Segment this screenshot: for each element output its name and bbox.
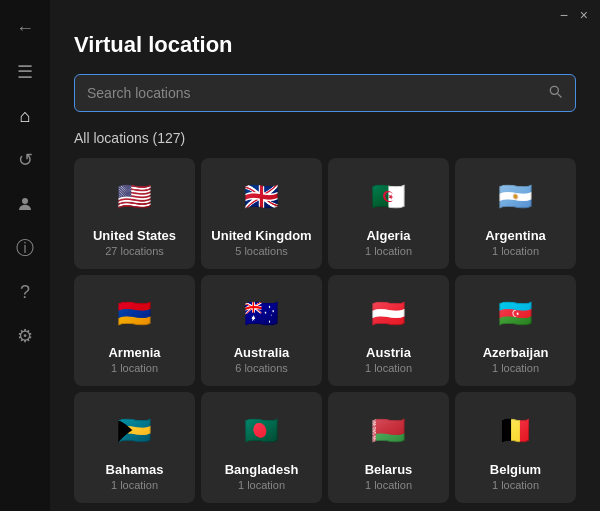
search-bar bbox=[74, 74, 576, 112]
country-flag: 🇦🇺 bbox=[240, 291, 284, 335]
back-icon[interactable]: ← bbox=[7, 10, 43, 46]
country-card[interactable]: 🇩🇿Algeria1 location bbox=[328, 158, 449, 269]
country-locations: 1 location bbox=[492, 479, 539, 491]
country-name: Armenia bbox=[108, 345, 160, 360]
country-name: Australia bbox=[234, 345, 290, 360]
section-title: All locations (127) bbox=[74, 130, 576, 146]
country-name: Bahamas bbox=[106, 462, 164, 477]
country-flag: 🇦🇹 bbox=[367, 291, 411, 335]
country-card[interactable]: 🇧🇾Belarus1 location bbox=[328, 392, 449, 503]
country-name: United Kingdom bbox=[211, 228, 311, 243]
country-card[interactable]: 🇦🇷Argentina1 location bbox=[455, 158, 576, 269]
main-content: − × Virtual location All locations (127)… bbox=[50, 0, 600, 511]
menu-icon[interactable]: ☰ bbox=[7, 54, 43, 90]
country-card[interactable]: 🇺🇸United States27 locations bbox=[74, 158, 195, 269]
close-button[interactable]: × bbox=[580, 8, 588, 22]
country-locations: 27 locations bbox=[105, 245, 164, 257]
title-bar: − × bbox=[50, 0, 600, 22]
country-card[interactable]: 🇦🇹Austria1 location bbox=[328, 275, 449, 386]
country-flag: 🇧🇾 bbox=[367, 408, 411, 452]
country-locations: 1 location bbox=[492, 245, 539, 257]
country-name: Argentina bbox=[485, 228, 546, 243]
country-grid: 🇺🇸United States27 locations🇬🇧United King… bbox=[74, 158, 576, 503]
country-locations: 1 location bbox=[365, 479, 412, 491]
country-name: Algeria bbox=[366, 228, 410, 243]
country-card[interactable]: 🇧🇩Bangladesh1 location bbox=[201, 392, 322, 503]
country-flag: 🇦🇿 bbox=[494, 291, 538, 335]
country-flag: 🇩🇿 bbox=[367, 174, 411, 218]
svg-point-0 bbox=[22, 198, 28, 204]
country-locations: 6 locations bbox=[235, 362, 288, 374]
country-flag: 🇧🇪 bbox=[494, 408, 538, 452]
country-flag: 🇧🇸 bbox=[113, 408, 157, 452]
sidebar: ← ☰ ⌂ ↺ ⓘ ? ⚙ bbox=[0, 0, 50, 511]
home-icon[interactable]: ⌂ bbox=[7, 98, 43, 134]
country-locations: 1 location bbox=[365, 362, 412, 374]
country-flag: 🇬🇧 bbox=[240, 174, 284, 218]
country-card[interactable]: 🇬🇧United Kingdom5 locations bbox=[201, 158, 322, 269]
country-card[interactable]: 🇦🇿Azerbaijan1 location bbox=[455, 275, 576, 386]
country-locations: 5 locations bbox=[235, 245, 288, 257]
content-area: Virtual location All locations (127) 🇺🇸U… bbox=[50, 22, 600, 511]
country-name: Belarus bbox=[365, 462, 413, 477]
country-flag: 🇺🇸 bbox=[113, 174, 157, 218]
country-flag: 🇦🇲 bbox=[113, 291, 157, 335]
country-name: Austria bbox=[366, 345, 411, 360]
minimize-button[interactable]: − bbox=[560, 8, 568, 22]
country-locations: 1 location bbox=[238, 479, 285, 491]
country-card[interactable]: 🇧🇸Bahamas1 location bbox=[74, 392, 195, 503]
country-flag: 🇧🇩 bbox=[240, 408, 284, 452]
settings-icon[interactable]: ⚙ bbox=[7, 318, 43, 354]
info-icon[interactable]: ⓘ bbox=[7, 230, 43, 266]
country-name: Belgium bbox=[490, 462, 541, 477]
country-locations: 1 location bbox=[111, 479, 158, 491]
country-name: Azerbaijan bbox=[483, 345, 549, 360]
country-locations: 1 location bbox=[492, 362, 539, 374]
search-input[interactable] bbox=[87, 85, 539, 101]
country-name: United States bbox=[93, 228, 176, 243]
country-name: Bangladesh bbox=[225, 462, 299, 477]
country-card[interactable]: 🇧🇪Belgium1 location bbox=[455, 392, 576, 503]
country-flag: 🇦🇷 bbox=[494, 174, 538, 218]
country-locations: 1 location bbox=[365, 245, 412, 257]
refresh-icon[interactable]: ↺ bbox=[7, 142, 43, 178]
account-icon[interactable] bbox=[7, 186, 43, 222]
help-icon[interactable]: ? bbox=[7, 274, 43, 310]
country-card[interactable]: 🇦🇺Australia6 locations bbox=[201, 275, 322, 386]
country-card[interactable]: 🇦🇲Armenia1 location bbox=[74, 275, 195, 386]
page-title: Virtual location bbox=[74, 32, 576, 58]
country-locations: 1 location bbox=[111, 362, 158, 374]
search-icon bbox=[547, 83, 563, 103]
